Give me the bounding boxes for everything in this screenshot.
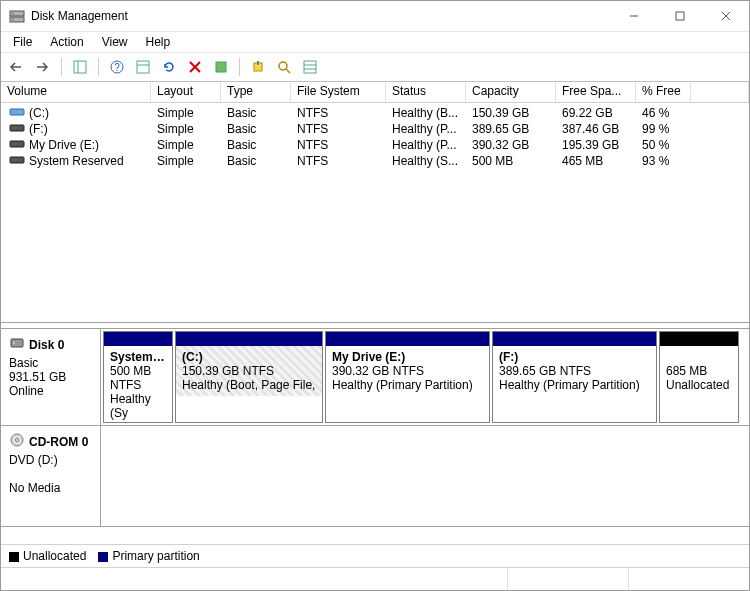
list-button[interactable] [298,55,322,79]
refresh-button[interactable] [157,55,181,79]
partition[interactable]: System Re500 MB NTFSHealthy (Sy [103,331,173,423]
toolbar: ? [1,52,749,82]
svg-point-18 [279,62,287,70]
volume-icon [9,106,25,120]
volume-icon [9,122,25,136]
partition-size: 685 MB [666,364,732,378]
show-hide-console-tree-button[interactable] [68,55,92,79]
toolbar-separator [98,58,99,76]
partition-strip [101,426,749,526]
menu-help[interactable]: Help [138,33,179,51]
partition-size: 389.65 GB NTFS [499,364,650,378]
partition-status: Healthy (Primary Partition) [499,378,650,392]
svg-rect-25 [10,141,24,147]
title-bar[interactable]: Disk Management [1,1,749,32]
status-cell [1,568,507,590]
rescan-button[interactable] [209,55,233,79]
maximize-button[interactable] [657,1,703,31]
volume-capacity: 150.39 GB [466,106,556,120]
swatch-primary [98,552,108,562]
volume-pct: 99 % [636,122,691,136]
action-button[interactable] [246,55,270,79]
close-button[interactable] [703,1,749,31]
volume-layout: Simple [151,138,221,152]
delete-button[interactable] [183,55,207,79]
volume-status: Healthy (P... [386,122,466,136]
disk-name: CD-ROM 0 [29,435,88,449]
volume-layout: Simple [151,122,221,136]
menu-bar: File Action View Help [1,32,749,52]
volume-row[interactable]: (C:)SimpleBasicNTFSHealthy (B...150.39 G… [1,105,749,121]
col-type[interactable]: Type [221,82,291,102]
volume-row[interactable]: My Drive (E:)SimpleBasicNTFSHealthy (P..… [1,137,749,153]
volume-name: My Drive (E:) [1,138,151,152]
volume-pct: 93 % [636,154,691,168]
disk-row[interactable]: CD-ROM 0DVD (D:)No Media [1,426,749,527]
volume-fs: NTFS [291,154,386,168]
col-volume[interactable]: Volume [1,82,151,102]
col-capacity[interactable]: Capacity [466,82,556,102]
volume-name: (C:) [1,106,151,120]
disk-info[interactable]: Disk 0Basic931.51 GBOnline [1,329,101,425]
partition[interactable]: (F:)389.65 GB NTFSHealthy (Primary Parti… [492,331,657,423]
toolbar-separator [61,58,62,76]
partition[interactable]: 685 MBUnallocated [659,331,739,423]
minimize-button[interactable] [611,1,657,31]
volume-row[interactable]: System ReservedSimpleBasicNTFSHealthy (S… [1,153,749,169]
volume-status: Healthy (P... [386,138,466,152]
svg-rect-27 [11,339,23,347]
col-free[interactable]: Free Spa... [556,82,636,102]
disk-management-window: Disk Management File Action View Help ? … [0,0,750,591]
partition-bar [104,332,172,346]
partition-status: Healthy (Primary Partition) [332,378,483,392]
svg-rect-24 [10,125,24,131]
col-filesys[interactable]: File System [291,82,386,102]
svg-point-28 [13,342,15,344]
partition-bar [326,332,489,346]
find-button[interactable] [272,55,296,79]
partition-title: My Drive (E:) [332,350,483,364]
volume-free: 69.22 GB [556,106,636,120]
disk-info[interactable]: CD-ROM 0DVD (D:)No Media [1,426,101,526]
volume-icon [9,138,25,152]
partition-size: 390.32 GB NTFS [332,364,483,378]
volume-name: (F:) [1,122,151,136]
col-status[interactable]: Status [386,82,466,102]
volume-row[interactable]: (F:)SimpleBasicNTFSHealthy (P...389.65 G… [1,121,749,137]
menu-action[interactable]: Action [42,33,91,51]
volume-capacity: 500 MB [466,154,556,168]
volume-name: System Reserved [1,154,151,168]
forward-button[interactable] [31,55,55,79]
partition-title: (F:) [499,350,650,364]
partition-bar [176,332,322,346]
partition-status: Unallocated [666,378,732,392]
help-button[interactable]: ? [105,55,129,79]
partition-bar [493,332,656,346]
dvd-icon [9,432,25,451]
settings-button[interactable] [131,55,155,79]
col-pctfree[interactable]: % Free [636,82,691,102]
partition[interactable]: My Drive (E:)390.32 GB NTFSHealthy (Prim… [325,331,490,423]
disk-type: DVD (D:) [9,453,92,467]
svg-rect-16 [216,62,226,72]
volume-status: Healthy (B... [386,106,466,120]
volume-list-header[interactable]: Volume Layout Type File System Status Ca… [1,82,749,103]
menu-view[interactable]: View [94,33,136,51]
graphical-view[interactable]: Disk 0Basic931.51 GBOnlineSystem Re500 M… [1,329,749,567]
volume-layout: Simple [151,106,221,120]
volume-fs: NTFS [291,138,386,152]
back-button[interactable] [5,55,29,79]
col-layout[interactable]: Layout [151,82,221,102]
partition-strip: System Re500 MB NTFSHealthy (Sy(C:)150.3… [101,329,749,425]
menu-file[interactable]: File [5,33,40,51]
volume-type: Basic [221,138,291,152]
volume-type: Basic [221,106,291,120]
volume-pct: 46 % [636,106,691,120]
svg-point-3 [12,19,14,21]
volume-type: Basic [221,122,291,136]
partition[interactable]: (C:)150.39 GB NTFSHealthy (Boot, Page Fi… [175,331,323,423]
volume-free: 195.39 GB [556,138,636,152]
disk-row[interactable]: Disk 0Basic931.51 GBOnlineSystem Re500 M… [1,329,749,426]
volume-list[interactable]: Volume Layout Type File System Status Ca… [1,82,749,323]
svg-rect-23 [10,109,24,115]
